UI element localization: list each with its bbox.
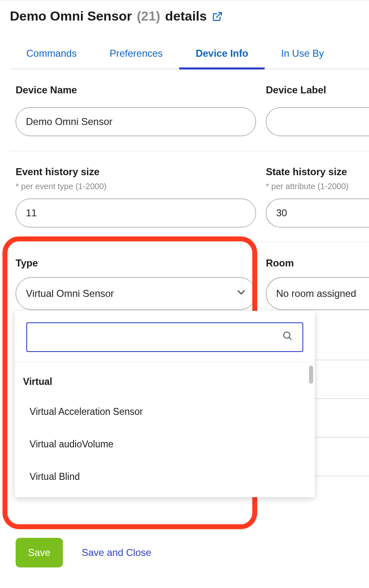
dropdown-item[interactable]: Virtual Blind [15,461,315,493]
save-and-close-link[interactable]: Save and Close [82,547,151,558]
room-selected-value: No room assigned [276,288,356,299]
open-external-icon[interactable] [212,11,223,22]
room-label: Room [266,257,369,269]
device-count: (21) [137,9,160,24]
dropdown-group-header: Virtual [15,366,315,396]
state-history-label: State history size [266,166,369,178]
svg-point-1 [284,332,290,338]
device-title: Demo Omni Sensor [10,9,132,24]
dropdown-item[interactable]: Virtual audioVolume [15,428,315,461]
device-label-input[interactable] [266,107,369,136]
type-search-input[interactable] [26,322,303,352]
event-history-input[interactable] [16,199,256,227]
footer: Save Save and Close [10,538,369,567]
tabs: Commands Preferences Device Info In Use … [10,40,369,69]
dropdown-item[interactable]: Virtual Acceleration Sensor [15,396,315,428]
type-label: Type [16,257,256,269]
title-suffix: details [165,9,207,24]
type-select[interactable]: Virtual Omni Sensor [16,277,256,310]
svg-line-0 [217,12,221,17]
type-dropdown-panel: Virtual Virtual Acceleration Sensor Virt… [15,311,315,497]
search-icon [282,330,293,343]
type-selected-value: Virtual Omni Sensor [26,288,114,299]
tab-in-use-by[interactable]: In Use By [265,40,340,69]
save-button[interactable]: Save [16,538,63,567]
state-history-input[interactable] [266,199,369,227]
event-history-label: Event history size [16,166,256,178]
page-title-row: Demo Omni Sensor (21) details [10,9,369,24]
device-name-label: Device Name [16,84,256,96]
tab-device-info[interactable]: Device Info [179,40,265,69]
device-name-input[interactable] [16,107,256,136]
device-label-label: Device Label [266,84,369,96]
chevron-down-icon [235,286,247,301]
tab-commands[interactable]: Commands [10,40,93,69]
state-history-sublabel: * per attribute (1-2000) [266,182,369,191]
scrollbar-thumb[interactable] [309,366,313,384]
type-dropdown-list[interactable]: Virtual Virtual Acceleration Sensor Virt… [15,362,315,497]
room-select[interactable]: No room assigned [266,277,369,310]
svg-line-2 [289,338,291,340]
event-history-sublabel: * per event type (1-2000) [16,182,256,191]
tab-preferences[interactable]: Preferences [93,40,179,69]
